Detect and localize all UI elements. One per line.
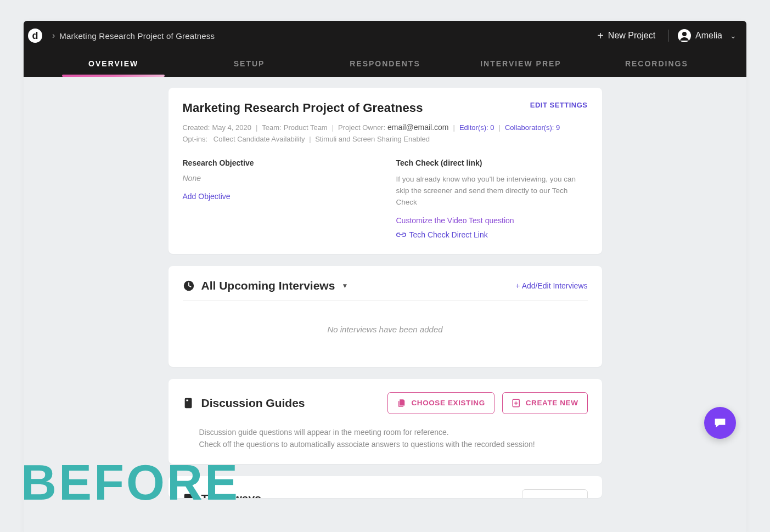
interviews-empty-message: No interviews have been added — [183, 301, 588, 354]
svg-rect-4 — [186, 399, 188, 401]
add-document-icon — [512, 398, 521, 408]
content-area: Marketing Research Project of Greatness … — [24, 77, 746, 498]
takeaways-action-button[interactable] — [522, 489, 588, 498]
tab-respondents[interactable]: RESPONDENTS — [317, 50, 453, 77]
interviews-dropdown-icon[interactable]: ▼ — [341, 282, 348, 290]
create-new-button[interactable]: CREATE NEW — [502, 392, 588, 414]
discussion-guides-title: Discussion Guides — [201, 397, 305, 410]
discussion-guides-card: Discussion Guides CHOOSE EXISTING CREATE… — [168, 379, 602, 464]
tech-check-desc: If you already know who you'll be interv… — [396, 174, 588, 208]
research-objective-column: Research Objective None Add Objective — [183, 159, 374, 241]
owner-label: Project Owner: — [338, 123, 385, 132]
new-project-button[interactable]: + New Project — [593, 27, 660, 44]
interviews-title: All Upcoming Interviews — [201, 279, 335, 292]
copy-document-icon — [397, 398, 407, 408]
choose-existing-label: CHOOSE EXISTING — [411, 399, 485, 407]
optin-2: Stimuli and Screen Sharing Enabled — [315, 135, 430, 143]
choose-existing-button[interactable]: CHOOSE EXISTING — [387, 392, 494, 414]
research-objective-value: None — [183, 174, 374, 183]
tab-recordings[interactable]: RECORDINGS — [589, 50, 724, 77]
owner-value: email@email.com — [387, 123, 448, 132]
customize-video-test-link[interactable]: Customize the Video Test question — [396, 216, 588, 225]
link-icon — [396, 231, 406, 239]
tabbar: OVERVIEW SETUP RESPONDENTS INTERVIEW PRE… — [24, 50, 746, 77]
team-value: Product Team — [284, 123, 328, 132]
user-name: Amelia — [695, 31, 722, 41]
new-project-label: New Project — [608, 31, 655, 41]
tab-setup[interactable]: SETUP — [181, 50, 317, 77]
tech-check-direct-link-label: Tech Check Direct Link — [409, 230, 488, 239]
created-label: Created: — [183, 123, 210, 132]
upcoming-interviews-card: All Upcoming Interviews ▼ + Add/Edit Int… — [168, 266, 602, 367]
dg-desc-line2: Check off the questions to automatically… — [199, 438, 588, 450]
tech-check-column: Tech Check (direct link) If you already … — [396, 159, 588, 241]
clock-icon — [183, 280, 195, 292]
project-title: Marketing Research Project of Greatness — [183, 101, 423, 115]
dg-desc-line1: Discussion guide questions will appear i… — [199, 426, 588, 438]
discussion-guides-description: Discussion guide questions will appear i… — [183, 426, 588, 451]
tech-check-direct-link[interactable]: Tech Check Direct Link — [396, 230, 488, 239]
project-meta: Created: May 4, 2020 | Team: Product Tea… — [183, 123, 588, 132]
svg-rect-3 — [184, 398, 192, 408]
add-edit-interviews-link[interactable]: + Add/Edit Interviews — [515, 281, 587, 290]
divider — [668, 30, 669, 42]
optins-row: Opt-ins: Collect Candidate Availability … — [183, 135, 588, 143]
collaborators-link[interactable]: Collaborator(s): 9 — [505, 123, 560, 132]
tab-overview[interactable]: OVERVIEW — [46, 50, 181, 77]
chevron-down-icon: ⌄ — [730, 31, 737, 40]
optins-label: Opt-ins: — [183, 135, 208, 143]
breadcrumb[interactable]: Marketing Research Project of Greatness — [59, 31, 215, 41]
create-new-label: CREATE NEW — [526, 399, 578, 407]
breadcrumb-chevron-icon: › — [52, 31, 55, 41]
tab-interview-prep[interactable]: INTERVIEW PREP — [453, 50, 588, 77]
add-objective-link[interactable]: Add Objective — [183, 192, 231, 201]
project-summary-card: Marketing Research Project of Greatness … — [168, 88, 602, 254]
research-objective-heading: Research Objective — [183, 159, 374, 167]
logo[interactable]: d — [28, 29, 42, 43]
created-value: May 4, 2020 — [212, 123, 251, 132]
user-menu[interactable]: Amelia ⌄ — [678, 29, 737, 42]
document-icon — [183, 397, 195, 409]
team-label: Team: — [262, 123, 281, 132]
tech-check-heading: Tech Check (direct link) — [396, 159, 588, 167]
optin-1: Collect Candidate Availability — [213, 135, 305, 143]
topbar: d › Marketing Research Project of Greatn… — [24, 21, 746, 50]
avatar-icon — [678, 29, 691, 42]
chat-icon — [712, 415, 728, 431]
before-overlay-label: BEFORE — [21, 455, 240, 511]
plus-icon: + — [597, 30, 604, 42]
edit-settings-button[interactable]: EDIT SETTINGS — [530, 101, 588, 109]
editors-link[interactable]: Editor(s): 0 — [459, 123, 494, 132]
chat-launcher[interactable] — [704, 407, 736, 439]
svg-point-1 — [682, 32, 687, 36]
